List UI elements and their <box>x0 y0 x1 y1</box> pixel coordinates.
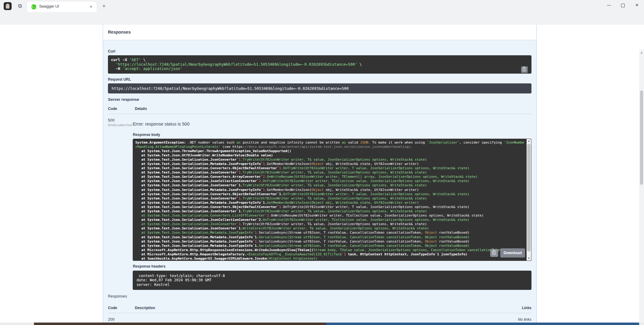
request-url-value: https://localhost:7248/Spatial/NearbyGeo… <box>108 83 531 93</box>
response-body-scrollbar[interactable]: ▲ ▼ <box>527 139 531 261</box>
code-column-header: Code <box>108 306 135 310</box>
profile-avatar[interactable] <box>4 2 12 10</box>
curl-command: curl -X 'GET' \ 'https://localhost:7248/… <box>108 55 531 74</box>
scroll-down-icon[interactable]: ▼ <box>527 256 531 261</box>
scrollbar-thumb[interactable] <box>527 144 531 251</box>
maximize-button[interactable] <box>616 0 630 11</box>
response-headers: content-type: text/plain; charset=utf-8d… <box>133 271 531 290</box>
undocumented-label: Undocumented <box>108 123 133 127</box>
bottom-edge-strip <box>0 323 644 325</box>
response-body-label: Response body <box>133 133 531 137</box>
request-url-label: Request URL <box>108 77 531 82</box>
workspaces-icon[interactable]: ⧉ <box>17 3 23 9</box>
code-column-header: Code <box>108 107 135 111</box>
curl-label: Curl <box>108 49 531 53</box>
swagger-favicon: {..} <box>31 4 36 9</box>
bottom-strip-blue-bar <box>326 323 639 325</box>
tab-title: Swagger UI <box>39 4 59 9</box>
server-response-title: Server response <box>108 97 531 102</box>
response-body-wrap: System.ArgumentException: .NET number va… <box>133 139 531 261</box>
minimize-button[interactable]: — <box>602 0 616 11</box>
clipboard-icon <box>523 68 526 71</box>
links-column-header: Links <box>513 306 531 310</box>
responses-section-title: Responses <box>103 25 536 35</box>
copy-response-button[interactable] <box>490 249 498 257</box>
tab-close-icon[interactable]: ✕ <box>88 4 94 9</box>
error-text: Error: response status is 500 <box>133 122 531 126</box>
description-column-header: Description <box>135 306 513 310</box>
page-content: Responses Curl curl -X 'GET' \ 'https://… <box>0 25 644 325</box>
tab-swagger-ui[interactable]: {..} Swagger UI ✕ <box>27 2 97 12</box>
download-button[interactable]: Download <box>500 248 525 257</box>
browser-chrome: ⧉ {..} Swagger UI ✕ + — ✕ ← ⟳ https://lo… <box>0 0 644 25</box>
browser-window: ⧉ {..} Swagger UI ✕ + — ✕ ← ⟳ https://lo… <box>0 0 644 325</box>
curl-wrap: curl -X 'GET' \ 'https://localhost:7248/… <box>108 55 531 74</box>
page-scrollbar[interactable]: ▲ ▼ <box>639 49 644 325</box>
tab-strip: ⧉ {..} Swagger UI ✕ + — ✕ <box>0 0 644 12</box>
close-button[interactable]: ✕ <box>630 0 644 11</box>
scroll-up-icon[interactable]: ▲ <box>639 50 644 55</box>
swagger-opblock: Responses Curl curl -X 'GET' \ 'https://… <box>103 25 537 325</box>
clipboard-icon <box>492 251 496 255</box>
browser-toolbar: ← ⟳ https://localhost:7248/swagger/index… <box>0 12 644 25</box>
status-code: 500 <box>108 118 133 122</box>
server-response-row: 500 Undocumented Error: response status … <box>108 114 531 290</box>
response-body: System.ArgumentException: .NET number va… <box>133 139 531 261</box>
page-scrollbar-thumb[interactable] <box>640 90 643 185</box>
server-response-table: Code Details 500 Undocumented Error: res… <box>108 107 531 290</box>
opblock-body: Curl curl -X 'GET' \ 'https://localhost:… <box>103 40 536 325</box>
bottom-strip-brown-bar <box>34 323 326 325</box>
copy-curl-button[interactable] <box>521 66 528 73</box>
scroll-up-icon[interactable]: ▲ <box>527 139 531 143</box>
responses-table-title: Responses <box>108 294 531 298</box>
details-column-header: Details <box>135 107 531 111</box>
response-headers-label: Response headers <box>133 264 531 268</box>
new-tab-button[interactable]: + <box>101 3 107 9</box>
window-controls: — ✕ <box>602 0 644 11</box>
responses-section-header: Responses <box>103 25 536 40</box>
responses-table-header: Code Description Links <box>108 306 531 310</box>
